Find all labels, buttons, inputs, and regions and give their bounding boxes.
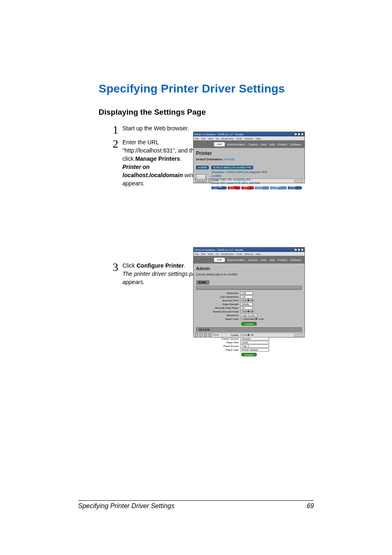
status-icon (208, 179, 212, 183)
minimize-icon[interactable] (294, 133, 297, 136)
menu-view[interactable]: View (208, 253, 213, 255)
menu-edit[interactable]: Edit (201, 137, 205, 140)
nav-jobs[interactable]: Jobs (269, 143, 275, 146)
text: Off (250, 310, 254, 313)
continue-button[interactable]: Continue (241, 322, 257, 326)
continue-button[interactable]: Continue (241, 353, 257, 356)
maximize-icon[interactable] (297, 133, 300, 136)
nav-software[interactable]: Software (290, 259, 302, 261)
nearest-off-radio[interactable] (247, 310, 249, 312)
delete-printer-button[interactable]: Delete Printer (288, 186, 302, 190)
menu-bookmarks[interactable]: Bookmarks (221, 253, 234, 255)
resolution-select[interactable]: High Quality (240, 314, 257, 317)
paper-type-select[interactable]: Printer Default (240, 348, 269, 352)
status-icon (195, 179, 198, 183)
section-title: Displaying the Settings Page (99, 108, 310, 117)
page-footer: Specifying Printer Driver Settings 69 (78, 500, 314, 510)
menu-bookmarks[interactable]: Bookmarks (221, 137, 234, 140)
text: Click (122, 262, 136, 269)
collate-on-radio[interactable] (240, 334, 242, 336)
maximize-icon[interactable] (297, 248, 300, 251)
menu-file[interactable]: File (195, 253, 199, 255)
screenshot-admin-page: Admin on localhost - CUPS v1.1.17 - Mozi… (193, 247, 305, 338)
status-icon (199, 179, 203, 183)
nav-classes[interactable]: Classes (248, 143, 258, 146)
brightness-select[interactable]: 100 (240, 291, 253, 295)
text-italic-bold: Printer on localhost.localdomain (122, 164, 183, 178)
duplex-select[interactable]: Simplex (240, 337, 269, 340)
nav-admin[interactable]: Administration (227, 259, 245, 261)
cups-heading: Admin (196, 266, 302, 271)
nav-classes[interactable]: Classes (248, 259, 258, 261)
security-icon (294, 180, 303, 183)
label: Manually Feed Paper: (196, 307, 240, 309)
menu-window[interactable]: Window (244, 253, 253, 255)
modify-printer-button[interactable]: Modify Printer (255, 186, 269, 190)
nav-jobs[interactable]: Jobs (269, 259, 275, 261)
label: Brightness: (196, 292, 240, 294)
menu-help[interactable]: Help (256, 253, 261, 255)
status-icon (204, 179, 207, 183)
grayscale-radio[interactable] (240, 318, 242, 320)
printer-name-bar[interactable]: mc4650 (196, 166, 209, 169)
menu-edit[interactable]: Edit (201, 253, 205, 255)
manual-feed-select[interactable]: No (240, 306, 253, 310)
paper-source-select[interactable]: Tray 1 (240, 345, 269, 348)
nav-help[interactable]: Help (261, 143, 266, 146)
close-icon[interactable] (301, 133, 304, 136)
status-text: Done (213, 179, 219, 183)
menu-window[interactable]: Window (244, 137, 253, 140)
color-radio[interactable] (255, 318, 257, 320)
menu-view[interactable]: View (208, 137, 213, 140)
printer-actions: Print Test Page Stop Printer Reject Jobs… (211, 186, 302, 190)
reject-jobs-button[interactable]: Reject Jobs (241, 186, 254, 190)
printer-link[interactable]: mc4650 (224, 158, 234, 161)
footer-title: Specifying Printer Driver Settings (78, 502, 175, 510)
printer-model-bar: KONICA MINOLTA mc4650 PPD (211, 166, 253, 169)
nearest-on-radio[interactable] (240, 310, 242, 312)
nav-software[interactable]: Software (290, 143, 302, 146)
stop-printer-button[interactable]: Stop Printer (228, 186, 240, 190)
menu-go[interactable]: Go (216, 253, 219, 255)
step-number: 2 (111, 138, 118, 150)
label: Default Destination: (196, 158, 223, 161)
nav-admin[interactable]: Administration (227, 143, 245, 146)
configure-printer-button[interactable]: Configure Printer (270, 186, 287, 190)
text: . (180, 155, 182, 162)
screenshot-printer-page: Printer on localhost - CUPS v1.1.17 - Mo… (193, 132, 305, 183)
nav-printers[interactable]: Printers (277, 143, 287, 146)
text: Color (258, 318, 264, 320)
menu-file[interactable]: File (195, 137, 199, 140)
esp-logo: ESP (214, 258, 225, 262)
text: On (243, 310, 247, 313)
text: Off (250, 334, 254, 336)
minimize-icon[interactable] (294, 248, 297, 251)
nav-help[interactable]: Help (261, 259, 266, 261)
economy-on-radio[interactable] (240, 299, 242, 301)
status-icon (199, 333, 203, 337)
text: Grayscale (243, 318, 254, 320)
print-test-page-button[interactable]: Print Test Page (211, 186, 227, 190)
edge-strength-select[interactable]: Middle (240, 303, 253, 306)
color-separation-select[interactable]: Off (240, 295, 253, 298)
economy-off-radio[interactable] (247, 299, 249, 301)
status-text: Done (213, 333, 219, 337)
window-buttons (294, 248, 304, 251)
page-body: Printer Default Destination: mc4650 mc46… (194, 148, 304, 178)
step-number: 3 (111, 261, 118, 273)
desc-line: Location: (211, 174, 302, 178)
cups-nav: ESP Administration Classes Help Jobs Pri… (194, 256, 304, 264)
close-icon[interactable] (301, 248, 304, 251)
section-bar (196, 286, 302, 290)
menu-tools[interactable]: Tools (236, 253, 242, 255)
menu-tools[interactable]: Tools (236, 137, 242, 140)
paper-size-select[interactable]: Letter (240, 341, 269, 344)
menu-go[interactable]: Go (216, 137, 219, 140)
menu-help[interactable]: Help (256, 137, 261, 140)
browser-menubar: File Edit View Go Bookmarks Tools Window… (194, 136, 304, 141)
printer-description: Description: KONICA MINOLTA magicolor 46… (211, 170, 302, 185)
window-buttons (294, 133, 304, 136)
nav-printers[interactable]: Printers (277, 259, 287, 261)
collate-off-radio[interactable] (247, 334, 249, 336)
window-title: Admin on localhost - CUPS v1.1.17 - Mozi… (194, 249, 243, 251)
